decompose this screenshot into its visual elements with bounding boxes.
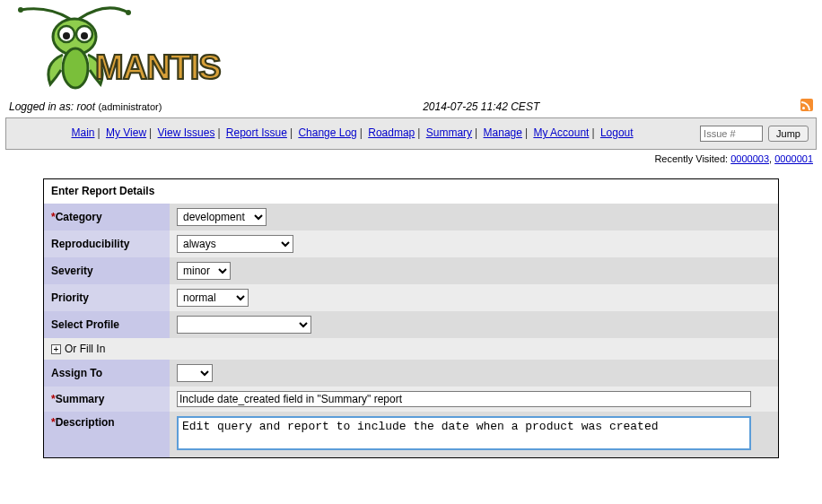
nav-summary[interactable]: Summary [426,126,472,139]
label-category: *Category [44,203,170,230]
nav-roadmap[interactable]: Roadmap [368,126,415,139]
nav-manage[interactable]: Manage [484,126,522,139]
username: root [76,100,95,113]
svg-point-0 [18,7,23,13]
logged-in-prefix: Logged in as: [9,100,76,113]
issue-jump-input[interactable] [700,126,763,142]
timestamp: 2014-07-25 11:42 CEST [162,100,800,113]
nav-view-issues[interactable]: View Issues [158,126,215,139]
rss-icon [800,99,813,111]
nav-my-view[interactable]: My View [106,126,146,139]
recent-link[interactable]: 0000003 [730,153,769,164]
severity-select[interactable]: minor [177,262,231,280]
login-info: Logged in as: root (administrator) [9,100,162,113]
svg-point-1 [126,10,131,15]
recent-label: Recently Visited: [654,153,730,164]
summary-input[interactable] [177,391,751,407]
menu-bar: Main| My View| View Issues| Report Issue… [5,117,817,150]
plus-icon: + [51,344,61,354]
user-role: (administrator) [98,101,162,112]
svg-text:MANTIS: MANTIS [95,48,221,86]
category-select[interactable]: development [177,208,267,226]
priority-select[interactable]: normal [177,289,249,307]
label-severity: Severity [44,257,170,284]
nav-my-account[interactable]: My Account [533,126,589,139]
label-priority: Priority [44,284,170,311]
assign-to-select[interactable] [177,364,213,382]
top-bar: Logged in as: root (administrator) 2014-… [4,97,818,117]
profile-select[interactable] [177,316,311,334]
label-reproducibility: Reproducibility [44,230,170,257]
recently-visited: Recently Visited: 0000003, 0000001 [4,150,818,171]
svg-point-7 [63,48,88,88]
menu-links: Main| My View| View Issues| Report Issue… [13,124,691,143]
nav-main[interactable]: Main [72,126,95,139]
label-description: *Description [44,412,170,457]
svg-point-6 [81,32,88,39]
rss-link[interactable] [800,101,813,114]
jump-box: Jump [700,126,809,142]
or-fill-in-toggle[interactable]: +Or Fill In [44,338,778,360]
mantis-logo: MANTIS [7,5,232,95]
reproducibility-select[interactable]: always [177,235,293,253]
nav-logout[interactable]: Logout [600,126,634,139]
svg-point-5 [63,32,70,39]
description-textarea[interactable] [177,416,751,450]
nav-change-log[interactable]: Change Log [298,126,356,139]
label-summary: *Summary [44,387,170,412]
report-form: Enter Report Details *Category developme… [43,178,779,458]
nav-report-issue[interactable]: Report Issue [226,126,287,139]
recent-link[interactable]: 0000001 [774,153,813,164]
jump-button[interactable]: Jump [768,126,809,142]
form-title: Enter Report Details [44,179,778,203]
logo-area: MANTIS [4,4,818,97]
label-select-profile: Select Profile [44,311,170,338]
label-assign-to: Assign To [44,360,170,387]
or-fill-in-label: Or Fill In [65,343,105,355]
